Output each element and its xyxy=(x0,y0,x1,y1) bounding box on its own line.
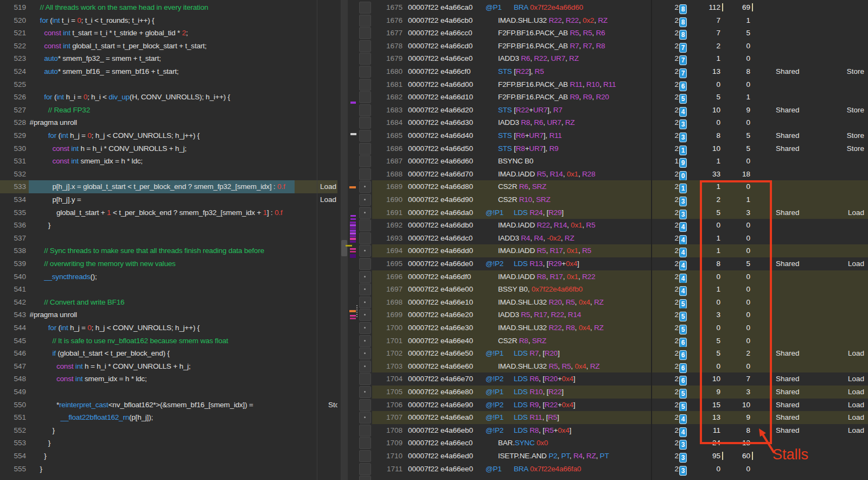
source-line[interactable]: 546if (global_t_start < t_per_block_end)… xyxy=(0,347,337,360)
minimap-cell[interactable] xyxy=(359,476,371,480)
source-line[interactable]: 527// Read FP32 xyxy=(0,104,337,117)
source-line[interactable]: 543#pragma unroll xyxy=(0,308,337,321)
code-token: 0x4 xyxy=(562,375,573,383)
sass-row[interactable]: 169100007f22 e4a66da0@!P1LDS R24, [R29]2… xyxy=(347,206,868,219)
source-line[interactable]: 529for (int h_j = 0; h_j < CONV_UNROLLS;… xyxy=(0,129,337,142)
sass-row[interactable]: 170400007f22 e4a66e70@!P2LDS R6, [R20+0x… xyxy=(347,372,868,386)
sass-row[interactable]: 170900007f22 e4a66ec0BAR.SYNC 0x0232413 xyxy=(347,437,868,450)
source-line[interactable]: 544for (int h_j = 0; h_j < CONV_UNROLLS;… xyxy=(0,321,337,334)
code-token: R7 xyxy=(553,106,563,114)
source-scrollbar-thumb[interactable] xyxy=(341,240,347,256)
sass-row[interactable]: 167900007f22 e4a66ce0IADD3 R6, R22, UR7,… xyxy=(347,52,868,65)
source-line[interactable]: 526for (int h_i = 0; h_i < div_up(H, CON… xyxy=(0,91,337,104)
sass-row[interactable]: 168000007f22 e4a66cf0STS [R22], R527138S… xyxy=(347,65,868,78)
stall-count-secondary: 7 xyxy=(703,372,750,386)
sass-row[interactable]: 167800007f22 e4a66cd0F2FP.BF16.PACK_AB R… xyxy=(347,40,868,53)
sass-row[interactable]: 170200007f22 e4a66e50@!P1LDS R7, [R20]26… xyxy=(347,347,868,360)
source-line[interactable]: 554} xyxy=(0,450,337,463)
code-token: , xyxy=(547,54,551,62)
sass-row[interactable]: 168800007f22 e4a66d70IMAD.IADD R5, R14, … xyxy=(347,168,868,181)
sass-row[interactable]: 169200007f22 e4a66db0IMAD.IADD R22, R14,… xyxy=(347,219,868,232)
source-line[interactable]: 547const int h = h_i * CONV_UNROLLS + h_… xyxy=(0,360,337,373)
sass-row[interactable]: 170800007f22 e4a66eb0@!P2LDS R8, [R5+0x4… xyxy=(347,424,868,437)
source-line[interactable]: 534p[h_j].y =Load xyxy=(0,193,337,206)
sass-row[interactable]: 169800007f22 e4a66e10IMAD.SHL.U32 R20, R… xyxy=(347,296,868,309)
sass-row[interactable]: 168300007f22 e4a66d20STS [R22+UR7], R724… xyxy=(347,104,868,117)
sass-row[interactable]: 169300007f22 e4a66dc0IADD3 R4, R4, -0x2,… xyxy=(347,232,868,245)
sass-row[interactable]: 169500007f22 e4a66de0@!P2LDS R13, [R29+0… xyxy=(347,257,868,270)
predicate-label: @!P2 xyxy=(486,372,514,386)
source-line[interactable]: 535global_t_start + 1 < t_per_block_end … xyxy=(0,206,337,219)
sass-instruction: @P1BRA 0x7f22e4a66fa0 xyxy=(486,463,581,476)
sass-row[interactable]: 170100007f22 e4a66e40CS2R R8, SRZ2650 xyxy=(347,334,868,348)
sass-row[interactable]: 168600007f22 e4a66d50STS [R8+UR7], R9211… xyxy=(347,142,868,155)
source-line[interactable]: 528#pragma unroll xyxy=(0,116,337,129)
sass-row[interactable]: 170600007f22 e4a66e90@!P2LDS R9, [R22+0x… xyxy=(347,399,868,412)
source-line[interactable]: 541 xyxy=(0,283,337,296)
sass-row[interactable]: 170700007f22 e4a66ea0@!P1LDS R11, [R5]24… xyxy=(347,411,868,424)
pane-divider[interactable] xyxy=(317,0,317,480)
sass-row[interactable]: 167500007f22 e4a66ca0@P1BRA 0x7f22e4a66d… xyxy=(347,1,868,14)
source-line[interactable]: 525 xyxy=(0,78,337,91)
source-line[interactable]: 551__float22bfloat162_rn(p[h_j]); xyxy=(0,411,337,424)
sass-row[interactable]: 170300007f22 e4a66e60IMAD.SHL.U32 R5, R5… xyxy=(347,360,868,373)
sass-row[interactable]: 168200007f22 e4a66d10F2FP.BF16.PACK_AB R… xyxy=(347,91,868,104)
code-token: R22 xyxy=(548,388,561,396)
source-line[interactable]: 545// It is safe to use nv_bfloat162 bec… xyxy=(0,334,337,348)
sass-row[interactable]: 169900007f22 e4a66e20IADD3 R5, R17, R22,… xyxy=(347,308,868,321)
code-token: SRZ xyxy=(532,182,546,191)
source-line[interactable]: 553} xyxy=(0,437,337,450)
source-line[interactable]: 550*reinterpret_cast<nv_bfloat162*>(&sme… xyxy=(0,399,337,412)
instruction-address: 00007f22 e4a66e00 xyxy=(408,283,473,296)
source-line[interactable]: 536} xyxy=(0,219,337,232)
source-line[interactable]: 530const int h = h_i * CONV_UNROLLS + h_… xyxy=(0,142,337,155)
source-line[interactable]: 532 xyxy=(0,168,337,181)
sass-row[interactable]: 170000007f22 e4a66e30IMAD.SHL.U32 R22, R… xyxy=(347,321,868,334)
code-token: R11 xyxy=(603,80,616,89)
sass-row[interactable]: 168100007f22 e4a66d00F2FP.BF16.PACK_AB R… xyxy=(347,78,868,91)
source-line[interactable]: 539// overwriting the memory with new va… xyxy=(0,257,337,270)
source-line[interactable]: 549 xyxy=(0,386,337,399)
sass-row[interactable]: 169700007f22 e4a66e00BSSY B0, 0x7f22e4a6… xyxy=(347,283,868,296)
sass-row[interactable]: 171100007f22 e4a66ee0@P1BRA 0x7f22e4a66f… xyxy=(347,463,868,476)
source-code-pane[interactable]: 519// All threads work on the same head … xyxy=(0,0,337,480)
source-line[interactable]: 524auto* smem_bf16_ = smem_bf16 + t_star… xyxy=(0,65,337,78)
sass-row[interactable]: 169600007f22 e4a66df0IMAD.IADD R8, R17, … xyxy=(347,270,868,283)
code-token: , xyxy=(575,324,579,332)
sass-row[interactable]: 169000007f22 e4a66d90CS2R R10, SRZ2321 xyxy=(347,193,868,206)
sass-row[interactable]: 168700007f22 e4a66d60BSYNC B01910 xyxy=(347,155,868,168)
code-token: R11 xyxy=(549,131,561,140)
source-line[interactable]: 548const int smem_idx = h * ldc; xyxy=(0,372,337,386)
code-token: UR7 xyxy=(529,131,543,140)
source-line[interactable]: 521const int t_start = t_i * t_stride + … xyxy=(0,27,337,40)
sass-instruction: IADD3 R4, R4, -0x2, RZ xyxy=(486,232,574,245)
sass-row[interactable]: 168400007f22 e4a66d30IADD3 R8, R6, UR7, … xyxy=(347,116,868,129)
code-token: R11 xyxy=(529,413,542,421)
sass-row[interactable]: 167700007f22 e4a66cc0F2FP.BF16.PACK_AB R… xyxy=(347,27,868,40)
source-line[interactable]: 533p[h_j].x = global_t_start < t_per_blo… xyxy=(0,180,337,193)
source-line[interactable]: 522const int global_t_start = t_per_bloc… xyxy=(0,40,337,53)
correlation-dot xyxy=(364,391,366,393)
source-line[interactable]: 542// Convert and write BF16 xyxy=(0,296,337,309)
sass-row[interactable]: 168900007f22 e4a66d80CS2R R6, SRZ2110 xyxy=(347,180,868,193)
source-line[interactable]: 531const int smem_idx = h * ldc; xyxy=(0,155,337,168)
sass-row[interactable]: 171000007f22 e4a66ed0ISETP.NE.AND P2, PT… xyxy=(347,450,868,463)
sass-row[interactable]: 168500007f22 e4a66d40STS [R6+UR7], R1123… xyxy=(347,129,868,142)
source-line[interactable]: 537 xyxy=(0,232,337,245)
sass-row[interactable]: 167600007f22 e4a66cb0IMAD.SHL.U32 R22, R… xyxy=(347,14,868,27)
source-line[interactable]: 520for (int t_i = 0; t_i < t_rounds; t_i… xyxy=(0,14,337,27)
source-line[interactable]: 538// Sync threads to make sure that all… xyxy=(0,244,337,257)
sass-row[interactable]: 170500007f22 e4a66e80@!P1LDS R10, [R22]2… xyxy=(347,386,868,399)
source-line[interactable]: 540__syncthreads(); xyxy=(0,270,337,283)
sass-instruction: CS2R R8, SRZ xyxy=(486,334,546,348)
source-line[interactable]: 555} xyxy=(0,463,337,476)
code-token: R14 xyxy=(554,221,567,229)
code-token: , xyxy=(579,16,583,24)
source-line[interactable]: 519// All threads work on the same head … xyxy=(0,1,337,14)
code-token: h = h_i * CONV_UNROLLS + h_j; xyxy=(79,144,187,153)
sass-row[interactable]: 169400007f22 e4a66dd0IMAD.IADD R5, R17, … xyxy=(347,244,868,257)
source-code-text: } xyxy=(29,437,314,450)
sass-instruction-pane[interactable]: 167500007f22 e4a66ca0@P1BRA 0x7f22e4a66d… xyxy=(347,0,868,480)
source-line[interactable]: 552} xyxy=(0,424,337,437)
source-line[interactable]: 523auto* smem_fp32_ = smem + t_start; xyxy=(0,52,337,65)
